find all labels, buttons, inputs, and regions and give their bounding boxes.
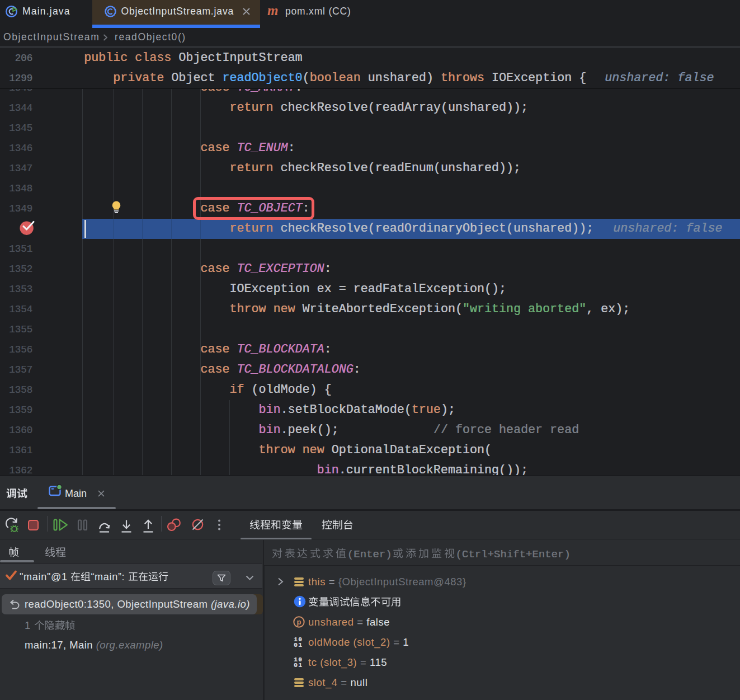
svg-text:p: p [297,618,301,626]
